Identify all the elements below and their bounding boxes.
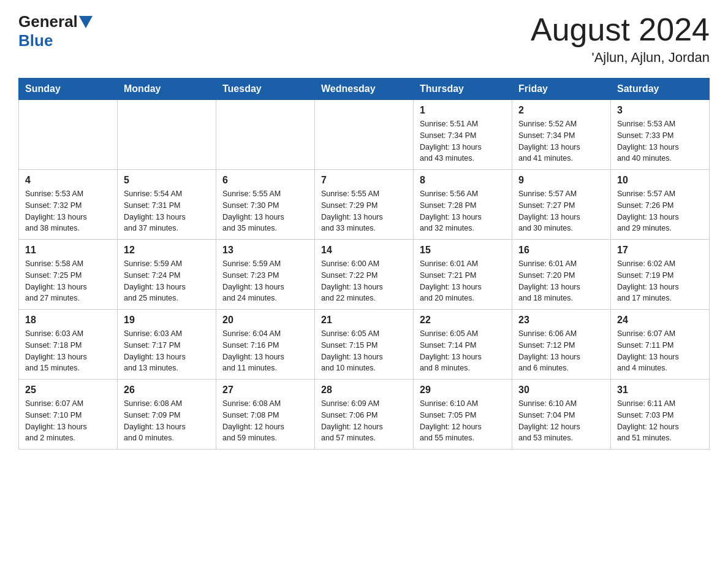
day-number: 17 xyxy=(617,245,703,256)
day-number: 28 xyxy=(321,385,407,396)
day-info: Sunrise: 6:11 AM Sunset: 7:03 PM Dayligh… xyxy=(617,398,703,444)
col-sunday: Sunday xyxy=(19,79,118,100)
calendar-header-row: Sunday Monday Tuesday Wednesday Thursday… xyxy=(19,79,710,100)
day-info: Sunrise: 6:03 AM Sunset: 7:17 PM Dayligh… xyxy=(124,328,210,374)
calendar-cell: 19Sunrise: 6:03 AM Sunset: 7:17 PM Dayli… xyxy=(118,310,216,380)
col-friday: Friday xyxy=(512,79,611,100)
calendar-cell: 27Sunrise: 6:08 AM Sunset: 7:08 PM Dayli… xyxy=(216,380,315,450)
calendar-cell: 25Sunrise: 6:07 AM Sunset: 7:10 PM Dayli… xyxy=(19,380,118,450)
day-info: Sunrise: 6:07 AM Sunset: 7:10 PM Dayligh… xyxy=(25,398,111,444)
calendar-cell: 13Sunrise: 5:59 AM Sunset: 7:23 PM Dayli… xyxy=(216,240,315,310)
calendar-cell: 14Sunrise: 6:00 AM Sunset: 7:22 PM Dayli… xyxy=(315,240,414,310)
calendar-cell xyxy=(216,100,315,170)
day-number: 1 xyxy=(420,105,506,116)
day-number: 8 xyxy=(420,175,506,186)
calendar-cell: 31Sunrise: 6:11 AM Sunset: 7:03 PM Dayli… xyxy=(611,380,710,450)
day-number: 2 xyxy=(518,105,604,116)
month-year-title: August 2024 xyxy=(531,12,710,47)
calendar-cell: 11Sunrise: 5:58 AM Sunset: 7:25 PM Dayli… xyxy=(19,240,118,310)
day-info: Sunrise: 6:10 AM Sunset: 7:05 PM Dayligh… xyxy=(420,398,506,444)
day-info: Sunrise: 6:08 AM Sunset: 7:08 PM Dayligh… xyxy=(222,398,308,444)
calendar-cell: 21Sunrise: 6:05 AM Sunset: 7:15 PM Dayli… xyxy=(315,310,414,380)
day-info: Sunrise: 5:57 AM Sunset: 7:27 PM Dayligh… xyxy=(518,188,604,234)
col-saturday: Saturday xyxy=(611,79,710,100)
calendar-cell: 2Sunrise: 5:52 AM Sunset: 7:34 PM Daylig… xyxy=(512,100,611,170)
calendar-cell: 16Sunrise: 6:01 AM Sunset: 7:20 PM Dayli… xyxy=(512,240,611,310)
day-info: Sunrise: 5:59 AM Sunset: 7:23 PM Dayligh… xyxy=(222,258,308,304)
calendar-cell: 1Sunrise: 5:51 AM Sunset: 7:34 PM Daylig… xyxy=(414,100,512,170)
calendar-cell: 4Sunrise: 5:53 AM Sunset: 7:32 PM Daylig… xyxy=(19,170,118,240)
day-info: Sunrise: 6:05 AM Sunset: 7:15 PM Dayligh… xyxy=(321,328,407,374)
day-number: 27 xyxy=(222,385,308,396)
day-info: Sunrise: 5:54 AM Sunset: 7:31 PM Dayligh… xyxy=(124,188,210,234)
week-row-1: 1Sunrise: 5:51 AM Sunset: 7:34 PM Daylig… xyxy=(19,100,710,170)
calendar-cell: 30Sunrise: 6:10 AM Sunset: 7:04 PM Dayli… xyxy=(512,380,611,450)
calendar-cell: 20Sunrise: 6:04 AM Sunset: 7:16 PM Dayli… xyxy=(216,310,315,380)
calendar-cell: 23Sunrise: 6:06 AM Sunset: 7:12 PM Dayli… xyxy=(512,310,611,380)
logo: General Blue xyxy=(18,12,93,50)
calendar-cell xyxy=(315,100,414,170)
calendar-cell: 5Sunrise: 5:54 AM Sunset: 7:31 PM Daylig… xyxy=(118,170,216,240)
calendar-cell xyxy=(118,100,216,170)
day-number: 20 xyxy=(222,315,308,326)
col-wednesday: Wednesday xyxy=(315,79,414,100)
day-number: 14 xyxy=(321,245,407,256)
day-number: 6 xyxy=(222,175,308,186)
day-info: Sunrise: 6:05 AM Sunset: 7:14 PM Dayligh… xyxy=(420,328,506,374)
calendar-cell: 12Sunrise: 5:59 AM Sunset: 7:24 PM Dayli… xyxy=(118,240,216,310)
day-info: Sunrise: 5:56 AM Sunset: 7:28 PM Dayligh… xyxy=(420,188,506,234)
day-info: Sunrise: 5:52 AM Sunset: 7:34 PM Dayligh… xyxy=(518,118,604,164)
day-info: Sunrise: 5:53 AM Sunset: 7:33 PM Dayligh… xyxy=(617,118,703,164)
day-number: 26 xyxy=(124,385,210,396)
day-number: 4 xyxy=(25,175,111,186)
calendar-cell: 22Sunrise: 6:05 AM Sunset: 7:14 PM Dayli… xyxy=(414,310,512,380)
day-info: Sunrise: 5:58 AM Sunset: 7:25 PM Dayligh… xyxy=(25,258,111,304)
day-number: 31 xyxy=(617,385,703,396)
calendar-cell: 26Sunrise: 6:08 AM Sunset: 7:09 PM Dayli… xyxy=(118,380,216,450)
calendar-cell: 29Sunrise: 6:10 AM Sunset: 7:05 PM Dayli… xyxy=(414,380,512,450)
calendar-cell xyxy=(19,100,118,170)
day-number: 22 xyxy=(420,315,506,326)
day-info: Sunrise: 5:57 AM Sunset: 7:26 PM Dayligh… xyxy=(617,188,703,234)
day-number: 25 xyxy=(25,385,111,396)
week-row-4: 18Sunrise: 6:03 AM Sunset: 7:18 PM Dayli… xyxy=(19,310,710,380)
week-row-2: 4Sunrise: 5:53 AM Sunset: 7:32 PM Daylig… xyxy=(19,170,710,240)
calendar-cell: 7Sunrise: 5:55 AM Sunset: 7:29 PM Daylig… xyxy=(315,170,414,240)
day-info: Sunrise: 5:53 AM Sunset: 7:32 PM Dayligh… xyxy=(25,188,111,234)
logo-general-text: General xyxy=(18,12,78,31)
day-info: Sunrise: 6:09 AM Sunset: 7:06 PM Dayligh… xyxy=(321,398,407,444)
day-number: 3 xyxy=(617,105,703,116)
day-number: 19 xyxy=(124,315,210,326)
day-number: 24 xyxy=(617,315,703,326)
day-info: Sunrise: 6:03 AM Sunset: 7:18 PM Dayligh… xyxy=(25,328,111,374)
col-monday: Monday xyxy=(118,79,216,100)
calendar-cell: 6Sunrise: 5:55 AM Sunset: 7:30 PM Daylig… xyxy=(216,170,315,240)
calendar-cell: 24Sunrise: 6:07 AM Sunset: 7:11 PM Dayli… xyxy=(611,310,710,380)
day-number: 13 xyxy=(222,245,308,256)
day-info: Sunrise: 6:00 AM Sunset: 7:22 PM Dayligh… xyxy=(321,258,407,304)
day-info: Sunrise: 6:02 AM Sunset: 7:19 PM Dayligh… xyxy=(617,258,703,304)
day-number: 16 xyxy=(518,245,604,256)
day-number: 21 xyxy=(321,315,407,326)
day-number: 23 xyxy=(518,315,604,326)
day-number: 29 xyxy=(420,385,506,396)
calendar-cell: 10Sunrise: 5:57 AM Sunset: 7:26 PM Dayli… xyxy=(611,170,710,240)
page-header: General Blue August 2024 'Ajlun, Ajlun, … xyxy=(18,12,710,66)
day-info: Sunrise: 6:01 AM Sunset: 7:21 PM Dayligh… xyxy=(420,258,506,304)
day-number: 30 xyxy=(518,385,604,396)
title-block: August 2024 'Ajlun, Ajlun, Jordan xyxy=(531,12,710,66)
col-thursday: Thursday xyxy=(414,79,512,100)
day-number: 15 xyxy=(420,245,506,256)
day-number: 18 xyxy=(25,315,111,326)
calendar-cell: 9Sunrise: 5:57 AM Sunset: 7:27 PM Daylig… xyxy=(512,170,611,240)
day-info: Sunrise: 5:55 AM Sunset: 7:30 PM Dayligh… xyxy=(222,188,308,234)
logo-arrow-icon xyxy=(79,16,93,28)
day-info: Sunrise: 6:08 AM Sunset: 7:09 PM Dayligh… xyxy=(124,398,210,444)
day-number: 7 xyxy=(321,175,407,186)
day-info: Sunrise: 6:06 AM Sunset: 7:12 PM Dayligh… xyxy=(518,328,604,374)
day-info: Sunrise: 6:04 AM Sunset: 7:16 PM Dayligh… xyxy=(222,328,308,374)
calendar-cell: 3Sunrise: 5:53 AM Sunset: 7:33 PM Daylig… xyxy=(611,100,710,170)
svg-marker-0 xyxy=(79,16,93,28)
week-row-3: 11Sunrise: 5:58 AM Sunset: 7:25 PM Dayli… xyxy=(19,240,710,310)
day-info: Sunrise: 5:55 AM Sunset: 7:29 PM Dayligh… xyxy=(321,188,407,234)
